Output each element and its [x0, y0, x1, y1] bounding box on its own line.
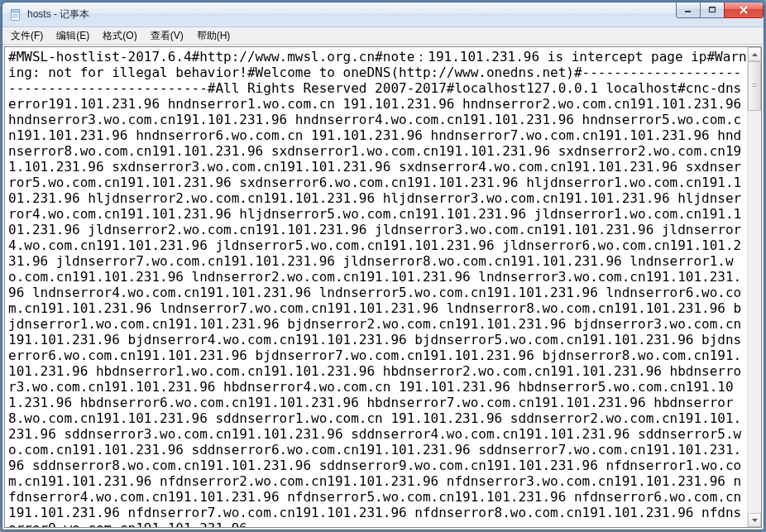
maximize-button[interactable]	[700, 2, 725, 18]
menubar: 文件(F) 编辑(E) 格式(O) 查看(V) 帮助(H)	[2, 27, 764, 45]
notepad-window: hosts - 记事本 文件(F) 编辑(E) 格式(O) 查看(V) 帮助(H…	[2, 2, 764, 530]
scroll-thumb[interactable]	[748, 61, 761, 111]
close-button[interactable]	[724, 2, 764, 18]
menu-format[interactable]: 格式(O)	[96, 27, 143, 45]
titlebar[interactable]: hosts - 记事本	[2, 2, 764, 27]
svg-marker-11	[752, 519, 758, 522]
window-title: hosts - 记事本	[27, 7, 762, 22]
scroll-up-button[interactable]	[748, 47, 761, 61]
notepad-file-icon	[9, 8, 22, 22]
scroll-down-button[interactable]	[748, 513, 761, 527]
svg-rect-1	[12, 9, 20, 12]
vertical-scrollbar[interactable]	[747, 47, 761, 527]
text-area[interactable]: #MWSL-hostlist-2017.6.4#http://www.mwsl.…	[5, 47, 747, 527]
client-area: #MWSL-hostlist-2017.6.4#http://www.mwsl.…	[2, 45, 764, 530]
menu-edit[interactable]: 编辑(E)	[50, 27, 96, 45]
text-area-border: #MWSL-hostlist-2017.6.4#http://www.mwsl.…	[4, 46, 762, 528]
menu-file[interactable]: 文件(F)	[4, 27, 50, 45]
menu-view[interactable]: 查看(V)	[144, 27, 190, 45]
minimize-button[interactable]	[676, 2, 701, 18]
window-controls	[677, 2, 764, 18]
svg-marker-10	[752, 53, 758, 56]
menu-help[interactable]: 帮助(H)	[190, 27, 237, 45]
scroll-track[interactable]	[748, 61, 761, 513]
